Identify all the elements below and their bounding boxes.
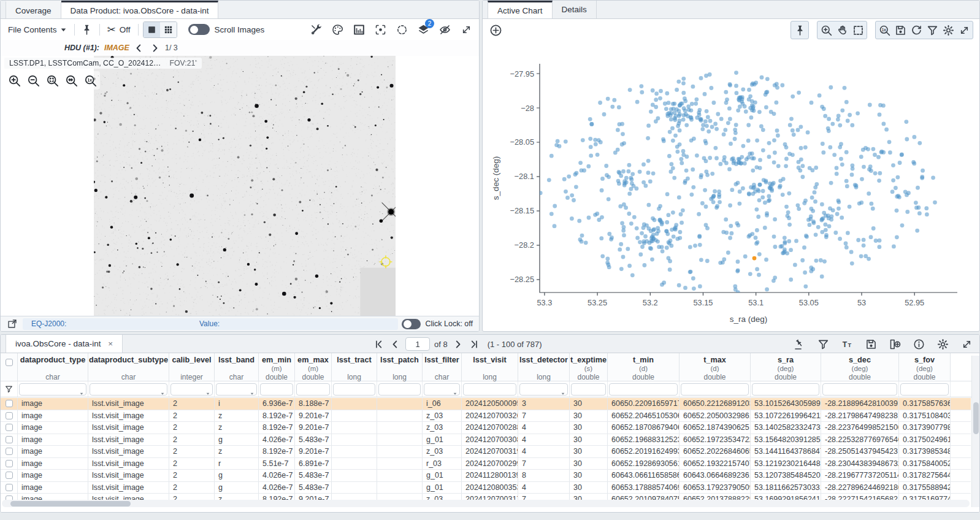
filter-toggle-cell[interactable] — [1, 381, 18, 397]
prev-page-button[interactable] — [389, 338, 401, 350]
column-header-t_min[interactable]: t_min(d)double — [608, 353, 679, 381]
next-page-button[interactable] — [452, 338, 464, 350]
column-header-lsst_visit[interactable]: lsst_visitlong — [462, 353, 518, 381]
filter-input-t_exptime[interactable] — [571, 383, 606, 396]
filter-input-em_max[interactable] — [296, 383, 330, 396]
column-header-t_max[interactable]: t_max(d)double — [679, 353, 751, 381]
table-row[interactable]: imagelsst.visit_image2g4.026e-75.483e-7g… — [1, 482, 971, 494]
save-button[interactable] — [892, 22, 908, 38]
scatter-chart[interactable]: 53.353.2553.253.1553.153.055352.95−27.95… — [483, 41, 979, 331]
page-number-input[interactable] — [405, 337, 430, 351]
horizontal-scrollbar[interactable] — [2, 500, 970, 507]
column-header-em_max[interactable]: em_max(m)double — [295, 353, 332, 381]
row-checkbox[interactable] — [6, 436, 13, 443]
add-column-button[interactable] — [887, 336, 903, 352]
filter-input-dataproduct_subtype[interactable] — [90, 383, 167, 396]
column-header-lsst_band[interactable]: lsst_bandchar — [215, 353, 259, 381]
single-view-button[interactable] — [144, 22, 160, 37]
vertical-scrollbar[interactable] — [971, 356, 979, 507]
column-header-s_ra[interactable]: s_ra(deg)double — [751, 353, 821, 381]
click-lock-toggle[interactable] — [402, 319, 421, 329]
tools-button[interactable] — [308, 21, 324, 37]
vscroll-thumb[interactable] — [973, 402, 979, 434]
column-header-s_fov[interactable]: s_fov(deg)double — [899, 353, 951, 381]
filter-input-lsst_visit[interactable] — [463, 383, 516, 396]
row-checkbox[interactable] — [6, 400, 13, 407]
crop-button[interactable]: ✂ Off — [104, 21, 134, 37]
restore-button[interactable] — [908, 22, 924, 38]
zoom-fit-button[interactable] — [44, 72, 60, 88]
filter-input-calib_level[interactable] — [170, 383, 213, 396]
grid-view-button[interactable] — [160, 22, 177, 37]
zoom-out-button[interactable] — [25, 72, 41, 88]
table-row[interactable]: imagelsst.visit_image2r5.51e-76.891e-7r_… — [1, 458, 971, 470]
palette-button[interactable] — [329, 21, 345, 37]
row-checkbox[interactable] — [6, 460, 13, 467]
file-contents-dropdown[interactable]: File Contents — [6, 23, 70, 36]
filter-input-dataproduct_type[interactable] — [19, 383, 86, 396]
hdu-prev-button[interactable] — [133, 42, 145, 54]
expand-button[interactable] — [458, 21, 474, 37]
settings-button[interactable] — [940, 22, 956, 38]
filter-input-lsst_patch[interactable] — [378, 383, 421, 396]
filter-input-t_max[interactable] — [681, 383, 749, 396]
first-page-button[interactable] — [372, 338, 385, 350]
column-header-calib_level[interactable]: calib_levelinteger — [169, 353, 215, 381]
column-header-em_min[interactable]: em_min(m)double — [259, 353, 295, 381]
tab-active-chart[interactable]: Active Chart — [488, 1, 553, 18]
filter-input-lsst_detector[interactable] — [519, 383, 568, 396]
pin-button[interactable] — [792, 22, 808, 38]
popout-button[interactable] — [6, 317, 19, 331]
zoom-in-button[interactable] — [6, 72, 22, 88]
tab-obscore-table[interactable]: ivoa.ObsCore - data-int × — [6, 335, 123, 353]
row-checkbox[interactable] — [6, 472, 13, 479]
tab-data-product[interactable]: Data Product: ivoa.ObsCore - data-int — [61, 1, 219, 18]
text-view-button[interactable]: TT — [839, 336, 855, 352]
star-field-image[interactable] — [94, 56, 396, 316]
hide-overlays-button[interactable] — [437, 21, 453, 37]
table-row[interactable]: imagelsst.visit_image2g4.026e-75.483e-7g… — [1, 470, 971, 482]
table-row[interactable]: imagelsst.visit_image2z8.192e-79.201e-7z… — [1, 422, 971, 434]
filter-input-s_dec[interactable] — [822, 383, 897, 396]
hdu-next-button[interactable] — [149, 42, 161, 54]
recenter-button[interactable] — [372, 21, 388, 37]
table-row[interactable]: imagelsst.visit_image2i6.936e-78.188e-7i… — [1, 398, 971, 410]
table-row[interactable]: imagelsst.visit_image2z8.192e-79.201e-7z… — [1, 446, 971, 458]
filter-input-lsst_filter[interactable] — [424, 383, 460, 396]
column-header-lsst_filter[interactable]: lsst_filterchar — [423, 353, 462, 381]
filter-button[interactable] — [924, 22, 940, 38]
table-row[interactable]: imagelsst.visit_image2g4.026e-75.483e-7g… — [1, 434, 971, 446]
row-checkbox[interactable] — [6, 412, 13, 419]
column-header-lsst_patch[interactable]: lsst_patchlong — [377, 353, 423, 381]
row-checkbox[interactable] — [6, 424, 13, 431]
close-tab-icon[interactable]: × — [108, 339, 113, 348]
column-header-s_dec[interactable]: s_dec(deg)double — [821, 353, 899, 381]
table-row[interactable]: imagelsst.visit_image2z8.192e-79.201e-7z… — [1, 410, 971, 422]
pan-button[interactable] — [834, 22, 850, 38]
select-area-button[interactable] — [850, 22, 866, 38]
last-page-button[interactable] — [469, 338, 481, 350]
filter-input-t_min[interactable] — [609, 383, 678, 396]
histogram-button[interactable] — [351, 21, 367, 37]
filter-input-lsst_tract[interactable] — [333, 383, 375, 396]
column-header-lsst_detector[interactable]: lsst_detectorlong — [518, 353, 570, 381]
zoom-original-button[interactable]: 1x — [876, 22, 892, 38]
fits-image-viewer[interactable]: LSST.DP1, LSSTComCam, CC_O_202412… FOV:2… — [1, 56, 479, 316]
tab-coverage[interactable]: Coverage — [6, 1, 61, 18]
expand-button[interactable] — [956, 22, 972, 38]
select-all-checkbox[interactable] — [6, 359, 13, 366]
filter-input-em_min[interactable] — [260, 383, 293, 396]
zoom-in-button[interactable] — [818, 22, 834, 38]
pin-button[interactable] — [79, 21, 95, 37]
save-button[interactable] — [863, 336, 879, 352]
expand-button[interactable] — [959, 336, 974, 352]
layers-button[interactable]: 2 — [415, 21, 431, 37]
column-header-t_exptime[interactable]: t_exptime(s)double — [570, 353, 608, 381]
filter-input-s_fov[interactable] — [900, 383, 949, 396]
zoom-original-button[interactable]: 1x — [82, 72, 98, 88]
column-header-dataproduct_subtype[interactable]: dataproduct_subtypechar — [88, 353, 169, 381]
settings-button[interactable] — [935, 336, 951, 352]
hscroll-thumb[interactable] — [10, 501, 131, 507]
filter-input-s_ra[interactable] — [752, 383, 819, 396]
scroll-images-toggle[interactable] — [188, 24, 210, 35]
